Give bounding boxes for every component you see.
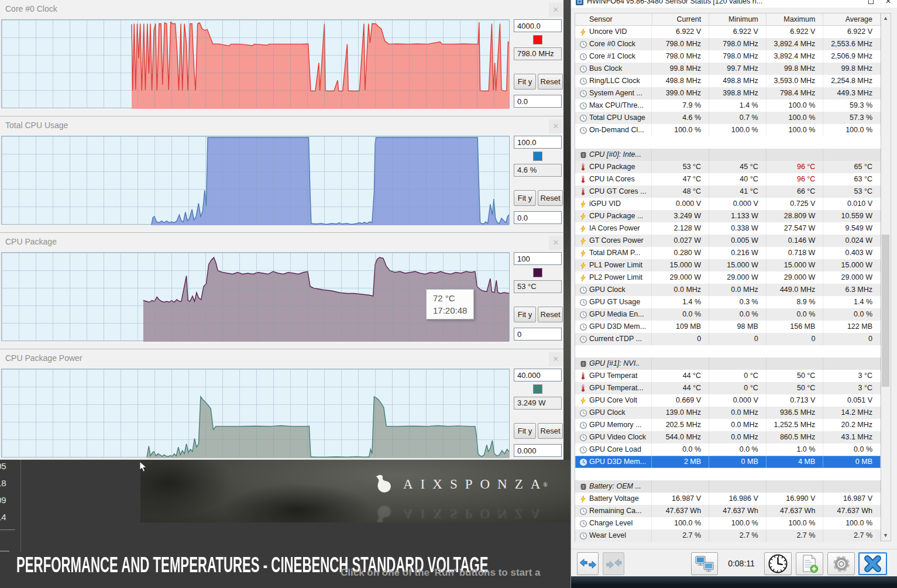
report-button[interactable] <box>796 552 823 575</box>
sensor-row[interactable]: Total DRAM P...0.280 W0.216 W0.718 W0.40… <box>575 247 881 259</box>
scrollbar-thumb[interactable] <box>882 235 889 387</box>
sensor-row[interactable]: Ring/LLC Clock498.8 MHz498.8 MHz3,593.0 … <box>575 75 881 87</box>
graph-canvas[interactable]: 72 °C17:20:48 <box>1 252 510 341</box>
sensor-row[interactable]: GPU Clock0.0 MHz0.0 MHz449.0 MHz6.3 MHz <box>575 284 881 296</box>
clock-button[interactable] <box>764 552 792 575</box>
sensor-row[interactable]: Battery Voltage16.987 V16.986 V16.990 V1… <box>575 493 881 505</box>
clock-icon <box>575 296 589 308</box>
reset-button[interactable]: Reset <box>538 307 563 322</box>
clock-icon <box>575 87 589 99</box>
sensor-row[interactable]: IA Cores Power2.128 W0.338 W27.547 W9.54… <box>575 222 881 235</box>
column-header-sensor[interactable]: Sensor <box>575 13 652 25</box>
y-min-input[interactable] <box>514 211 562 224</box>
graph-canvas[interactable] <box>1 136 510 225</box>
sensor-value: 59.3 % <box>823 99 881 112</box>
reset-button[interactable]: Reset <box>538 190 563 206</box>
graph-canvas[interactable] <box>1 369 510 458</box>
sensor-row[interactable]: CPU Package ...3.249 W1.133 W28.809 W10.… <box>575 210 881 222</box>
sensor-group-header[interactable]: GPU [#1]: NVI.. <box>575 357 881 370</box>
sensor-row[interactable]: iGPU VID0.000 V0.000 V0.725 V0.010 V <box>575 198 881 210</box>
thermometer-icon <box>575 173 589 185</box>
sensor-row[interactable]: GPU Core Load0.0 %0.0 %1.0 %0.0 % <box>575 443 881 456</box>
sensor-row[interactable]: On-Demand Cl...100.0 %100.0 %100.0 %100.… <box>575 124 881 136</box>
fit-y-button[interactable]: Fit y <box>514 307 536 322</box>
sensor-row[interactable]: Charge Level100.0 %100.0 %100.0 %100.0 % <box>575 517 881 529</box>
close-sensors-button[interactable] <box>858 552 887 575</box>
sensor-group-header[interactable]: CPU [#0]: Inte... <box>575 149 881 161</box>
nav-arrows-disabled-button[interactable] <box>603 552 624 575</box>
sensor-row[interactable]: Current cTDP ...0000 <box>575 333 881 345</box>
reset-button[interactable]: Reset <box>538 423 563 439</box>
clock-icon <box>575 50 589 63</box>
fit-y-button[interactable]: Fit y <box>514 423 536 439</box>
voltage-icon <box>575 271 589 284</box>
sensor-row[interactable]: PL2 Power Limit29.000 W29.000 W29.000 W2… <box>575 271 881 284</box>
sensor-row[interactable]: Bus Clock99.8 MHz99.7 MHz99.8 MHz99.8 MH… <box>575 63 881 75</box>
column-header-maximum[interactable]: Maximum <box>767 13 824 25</box>
sensor-value: 3,593.0 MHz <box>767 75 824 87</box>
sensor-row[interactable]: Core #1 Clock798.0 MHz798.0 MHz3,892.4 M… <box>575 50 881 63</box>
settings-gear-button[interactable] <box>827 552 855 575</box>
sensor-row[interactable]: PL1 Power Limit15.000 W15.000 W15.000 W1… <box>575 259 881 271</box>
sensor-label: Total DRAM P... <box>589 247 652 259</box>
sensor-row[interactable]: GPU Temperat44 °C0 °C50 °C3 °C <box>575 370 881 382</box>
clock-icon <box>575 38 589 50</box>
y-min-input[interactable] <box>514 444 562 457</box>
column-header-current[interactable]: Current <box>652 13 710 25</box>
sensor-row[interactable]: GPU D3D Mem...2 MB0 MB4 MB0 MB <box>575 456 881 468</box>
sensor-row[interactable]: Core #0 Clock798.0 MHz798.0 MHz3,892.4 M… <box>575 38 881 50</box>
column-header-average[interactable]: Average <box>823 13 881 25</box>
sensor-label: PL1 Power Limit <box>589 259 652 271</box>
close-window-button[interactable]: ✕ <box>879 0 897 5</box>
sensor-value: 99.7 MHz <box>709 63 767 75</box>
y-max-input[interactable] <box>514 136 562 149</box>
sensor-value: 10.559 W <box>823 210 881 222</box>
spacer-row <box>575 345 881 357</box>
column-header-minimum[interactable]: Minimum <box>709 13 767 25</box>
scroll-down-arrow[interactable]: ▼ <box>881 531 890 541</box>
panel-close-icon[interactable]: ✕ <box>549 236 563 250</box>
sensor-value: 0.0 MHz <box>652 284 709 296</box>
sensor-group-header[interactable]: Battery: OEM ... <box>575 480 881 493</box>
sensor-row[interactable]: GPU Media En...0.0 %0.0 %0.0 %0.0 % <box>575 308 881 321</box>
sensor-row[interactable]: Max CPU/Thre...7.9 %1.4 %100.0 %59.3 % <box>575 99 881 112</box>
fit-y-button[interactable]: Fit y <box>514 74 536 90</box>
sensor-row[interactable]: CPU Package53 °C45 °C96 °C65 °C <box>575 161 881 173</box>
sensor-row[interactable]: CPU GT Cores ...48 °C41 °C66 °C53 °C <box>575 185 881 198</box>
panel-close-icon[interactable]: ✕ <box>549 3 563 17</box>
panel-close-icon[interactable]: ✕ <box>549 352 563 366</box>
sensor-row[interactable]: System Agent ...399.0 MHz398.8 MHz798.4 … <box>575 87 881 99</box>
sensor-row[interactable]: CPU IA Cores47 °C40 °C96 °C63 °C <box>575 173 881 185</box>
nav-arrows-button[interactable] <box>577 552 599 575</box>
vertical-scrollbar[interactable]: ▲ ▼ <box>881 13 891 541</box>
sensor-label: Core #1 Clock <box>589 50 652 63</box>
sensor-row[interactable]: GPU Core Volt0.669 V0.000 V0.713 V0.051 … <box>575 394 881 407</box>
sensor-row[interactable]: GPU Temperat...44 °C0 °C50 °C3 °C <box>575 382 881 394</box>
remote-monitoring-button[interactable] <box>691 552 718 575</box>
sensor-row[interactable]: GPU GT Usage1.4 %0.3 %8.9 %1.4 % <box>575 296 881 308</box>
sensor-row[interactable]: Remaining Ca...47.637 Wh47.637 Wh47.637 … <box>575 505 881 517</box>
sensor-row[interactable]: GPU Memory ...202.5 MHz0.0 MHz1,252.5 MH… <box>575 419 881 431</box>
sensor-row[interactable]: Uncore VID6.922 V6.922 V6.922 V6.922 V <box>575 26 881 38</box>
sensor-row[interactable]: GPU D3D Mem...109 MB98 MB156 MB122 MB <box>575 321 881 333</box>
y-min-input[interactable] <box>514 328 562 341</box>
sensor-value: 399.0 MHz <box>652 87 709 99</box>
sensor-value: 14.2 MHz <box>823 407 881 419</box>
sensor-row[interactable]: Total CPU Usage4.6 %0.7 %100.0 %57.3 % <box>575 112 881 124</box>
reset-button[interactable]: Reset <box>538 74 563 90</box>
scroll-up-arrow[interactable]: ▲ <box>881 13 890 23</box>
graph-canvas[interactable] <box>1 19 510 108</box>
y-max-input[interactable] <box>514 19 562 32</box>
sensor-value: 44 °C <box>652 370 709 382</box>
group-empty-cell <box>823 149 881 161</box>
fit-y-button[interactable]: Fit y <box>514 190 536 206</box>
y-max-input[interactable] <box>514 369 562 381</box>
y-max-input[interactable] <box>514 252 562 265</box>
y-min-input[interactable] <box>514 95 562 108</box>
sensor-row[interactable]: Wear Level2.7 %2.7 %2.7 %2.7 % <box>575 529 881 542</box>
sensor-row[interactable]: GPU Video Clock544.0 MHz0.0 MHz860.5 MHz… <box>575 431 881 443</box>
sensor-row[interactable]: GPU Clock139.0 MHz0.0 MHz936.5 MHz14.2 M… <box>575 407 881 419</box>
sensor-row[interactable]: GT Cores Power0.027 W0.005 W0.146 W0.024… <box>575 235 881 247</box>
panel-close-icon[interactable]: ✕ <box>549 119 563 133</box>
maximize-button[interactable] <box>862 0 879 6</box>
